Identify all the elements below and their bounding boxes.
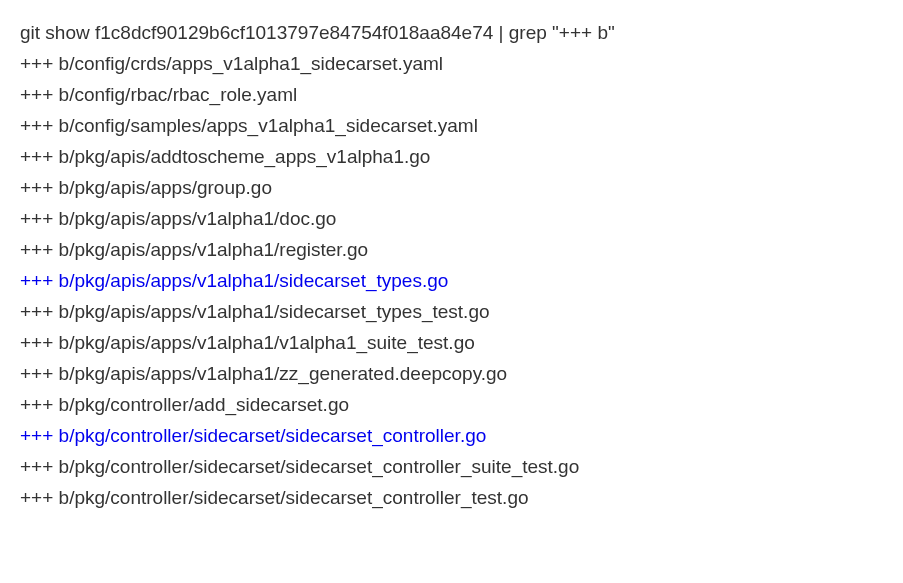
output-line: +++ b/pkg/controller/sidecarset/sidecars… [20,452,883,483]
output-line: +++ b/config/crds/apps_v1alpha1_sidecars… [20,49,883,80]
output-line: +++ b/pkg/apis/addtoscheme_apps_v1alpha1… [20,142,883,173]
command-line: git show f1c8dcf90129b6cf1013797e84754f0… [20,18,883,49]
output-container: +++ b/config/crds/apps_v1alpha1_sidecars… [20,49,883,514]
output-line: +++ b/pkg/controller/add_sidecarset.go [20,390,883,421]
output-line: +++ b/pkg/controller/sidecarset/sidecars… [20,483,883,514]
output-line: +++ b/pkg/apis/apps/v1alpha1/register.go [20,235,883,266]
output-line: +++ b/pkg/apis/apps/v1alpha1/sidecarset_… [20,297,883,328]
output-line: +++ b/config/samples/apps_v1alpha1_sidec… [20,111,883,142]
output-line: +++ b/pkg/apis/apps/v1alpha1/doc.go [20,204,883,235]
output-line: +++ b/pkg/apis/apps/v1alpha1/v1alpha1_su… [20,328,883,359]
output-line: +++ b/pkg/apis/apps/v1alpha1/zz_generate… [20,359,883,390]
output-line: +++ b/config/rbac/rbac_role.yaml [20,80,883,111]
output-line: +++ b/pkg/controller/sidecarset/sidecars… [20,421,883,452]
output-line: +++ b/pkg/apis/apps/v1alpha1/sidecarset_… [20,266,883,297]
output-line: +++ b/pkg/apis/apps/group.go [20,173,883,204]
